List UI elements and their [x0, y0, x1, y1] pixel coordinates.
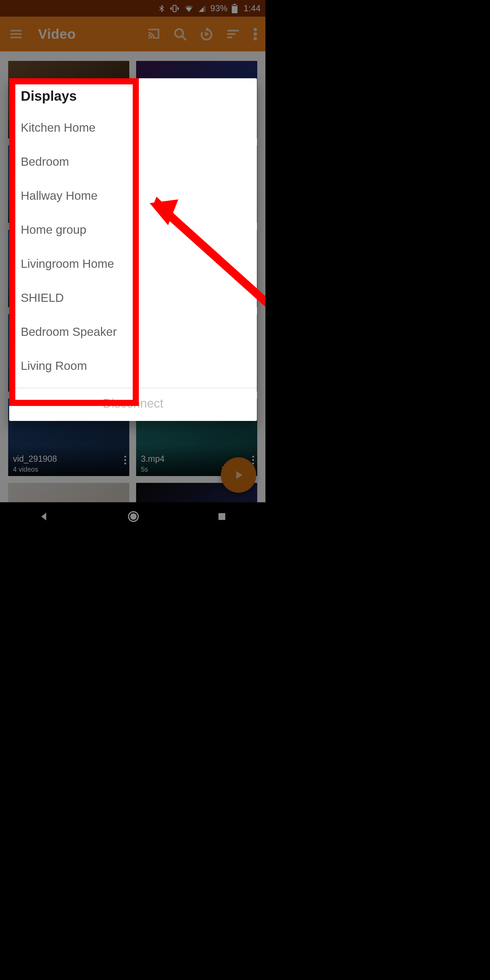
display-option[interactable]: Hallway Home	[9, 179, 257, 213]
display-option[interactable]: Living Room	[9, 349, 257, 383]
display-option[interactable]: Kitchen Home	[9, 111, 257, 145]
display-option[interactable]: Bedroom	[9, 145, 257, 179]
display-option[interactable]: Bedroom Speaker	[9, 315, 257, 349]
screen: vid_2919084 videos3.mp45s720x13 93% 1:44…	[0, 0, 266, 531]
display-option[interactable]: SHIELD	[9, 281, 257, 315]
display-option[interactable]: Home group	[9, 213, 257, 247]
cast-displays-dialog: Displays Kitchen HomeBedroomHallway Home…	[9, 78, 257, 421]
displays-list: Kitchen HomeBedroomHallway HomeHome grou…	[9, 107, 257, 385]
dialog-title: Displays	[9, 78, 257, 107]
disconnect-button[interactable]: Disconnect	[9, 388, 257, 420]
display-option[interactable]: Livingroom Home	[9, 247, 257, 281]
